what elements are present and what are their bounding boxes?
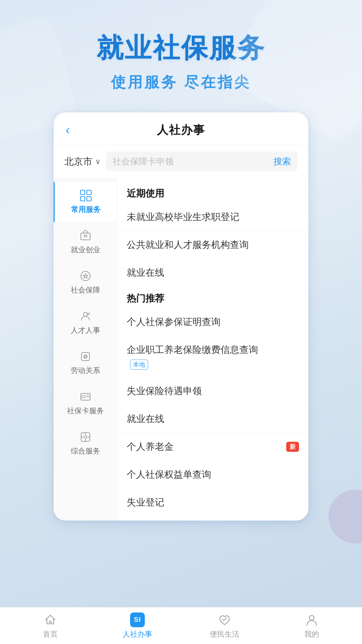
sidebar-item-shebaocard[interactable]: 社保卡服务 — [54, 383, 117, 423]
new-badge: 新 — [286, 442, 299, 452]
hot-section-header: 热门推荐 — [117, 287, 308, 308]
item-text: 未就业高校毕业生求职登记 — [127, 211, 239, 223]
list-item[interactable]: 未就业高校毕业生求职登记 — [117, 203, 308, 231]
recent-section-header: 近期使用 — [117, 182, 308, 203]
sidebar-item-common[interactable]: 常用服务 — [54, 182, 117, 222]
sidebar-item-general[interactable]: 综合服务 — [54, 423, 117, 464]
sidebar-item-labor[interactable]: 劳动关系 — [54, 343, 117, 383]
sidebar: 常用服务 就业创业 — [54, 178, 117, 521]
list-item[interactable]: 就业在线 — [117, 405, 308, 433]
sidebar-item-social[interactable]: 社会保障 — [54, 262, 117, 303]
mine-icon — [304, 612, 319, 627]
affairs-icon: SI — [130, 612, 145, 627]
item-text: 公共就业和人才服务机构查询 — [127, 238, 249, 251]
list-item[interactable]: 失业登记 — [117, 489, 308, 517]
main-title: 就业社保服务 — [20, 30, 342, 66]
sidebar-item-talent[interactable]: 人才人事 — [54, 303, 117, 343]
item-text: 个人养老金 — [127, 440, 174, 453]
common-services-icon — [79, 189, 92, 202]
sidebar-label-common: 常用服务 — [71, 205, 101, 215]
list-item[interactable]: 个人养老金 新 — [117, 433, 308, 461]
item-text: 就业在线 — [127, 413, 164, 425]
nav-item-home[interactable]: 首页 — [17, 612, 84, 639]
sub-title: 使用服务 尽在指尖 — [20, 72, 342, 92]
city-selector[interactable]: 北京市 ∨ — [64, 155, 101, 168]
search-placeholder: 社会保障卡申领 — [113, 156, 174, 167]
main-content: 常用服务 就业创业 — [54, 178, 308, 521]
item-text: 企业职工养老保险缴费信息查询 — [127, 343, 258, 356]
sidebar-item-employment[interactable]: 就业创业 — [54, 222, 117, 262]
list-item[interactable]: 公共就业和人才服务机构查询 — [117, 231, 308, 259]
list-item[interactable]: 企业职工养老保险缴费信息查询 本地 — [117, 336, 308, 377]
svg-point-18 — [84, 436, 87, 438]
svg-rect-5 — [84, 235, 87, 237]
search-button[interactable]: 搜索 — [274, 156, 291, 167]
nav-item-life[interactable]: 便民生活 — [191, 612, 258, 639]
employment-icon — [79, 229, 92, 242]
general-icon — [79, 431, 92, 443]
svg-rect-2 — [80, 197, 85, 201]
home-icon — [43, 612, 58, 627]
svg-rect-12 — [84, 356, 86, 358]
life-icon — [217, 612, 232, 627]
local-badge: 本地 — [130, 360, 148, 370]
phone-card-wrapper: ‹ 人社办事 北京市 ∨ 社会保障卡申领 搜索 — [0, 106, 362, 521]
nav-label-life: 便民生活 — [210, 629, 239, 639]
svg-rect-1 — [87, 190, 91, 195]
phone-card: ‹ 人社办事 北京市 ∨ 社会保障卡申领 搜索 — [54, 112, 308, 521]
talent-icon — [79, 310, 92, 323]
item-text: 就业在线 — [127, 266, 164, 279]
item-text: 失业登记 — [127, 496, 164, 509]
item-text: 个人社保参保证明查询 — [127, 316, 221, 328]
nav-label-affairs: 人社办事 — [123, 629, 152, 639]
chevron-down-icon: ∨ — [95, 157, 101, 166]
svg-point-7 — [83, 312, 87, 316]
sidebar-label-talent: 人才人事 — [71, 325, 100, 335]
svg-rect-10 — [81, 353, 89, 361]
svg-rect-3 — [87, 197, 91, 201]
city-name: 北京市 — [64, 155, 93, 168]
sidebar-label-employment: 就业创业 — [71, 245, 100, 255]
nav-item-affairs[interactable]: SI 人社办事 — [104, 612, 171, 639]
shebaocard-icon — [79, 390, 92, 403]
card-header: ‹ 人社办事 — [54, 112, 308, 145]
sidebar-label-shebaocard: 社保卡服务 — [67, 406, 104, 416]
si-badge: SI — [130, 612, 145, 627]
sidebar-label-general: 综合服务 — [71, 446, 100, 456]
list-item[interactable]: 社保待遇资格认证 — [117, 517, 308, 521]
search-input-wrap: 社会保障卡申领 搜索 — [106, 152, 298, 171]
list-item[interactable]: 个人社保参保证明查询 — [117, 308, 308, 336]
sidebar-label-social: 社会保障 — [71, 285, 100, 295]
list-item[interactable]: 就业在线 — [117, 259, 308, 287]
list-item[interactable]: 失业保险待遇申领 — [117, 377, 308, 405]
svg-rect-14 — [82, 395, 85, 398]
item-text: 个人社保权益单查询 — [127, 468, 211, 481]
content-area: 近期使用 未就业高校毕业生求职登记 公共就业和人才服务机构查询 就业在线 热门推… — [117, 178, 308, 521]
social-icon — [79, 270, 92, 282]
nav-label-home: 首页 — [43, 629, 58, 639]
bottom-nav: 首页 SI 人社办事 便民生活 我的 — [0, 607, 362, 644]
svg-point-23 — [309, 615, 314, 620]
labor-icon — [79, 350, 92, 363]
sidebar-label-labor: 劳动关系 — [71, 366, 100, 376]
svg-point-6 — [81, 271, 90, 281]
search-bar: 北京市 ∨ 社会保障卡申领 搜索 — [54, 145, 308, 178]
svg-rect-0 — [80, 190, 85, 195]
nav-item-mine[interactable]: 我的 — [278, 612, 345, 639]
nav-label-mine: 我的 — [304, 629, 319, 639]
back-button[interactable]: ‹ — [66, 123, 70, 137]
item-text: 失业保险待遇申领 — [127, 385, 202, 397]
item-content: 企业职工养老保险缴费信息查询 本地 — [127, 343, 258, 370]
list-item[interactable]: 个人社保权益单查询 — [117, 461, 308, 489]
card-title: 人社办事 — [157, 122, 205, 138]
header-area: 就业社保服务 使用服务 尽在指尖 — [0, 0, 362, 106]
